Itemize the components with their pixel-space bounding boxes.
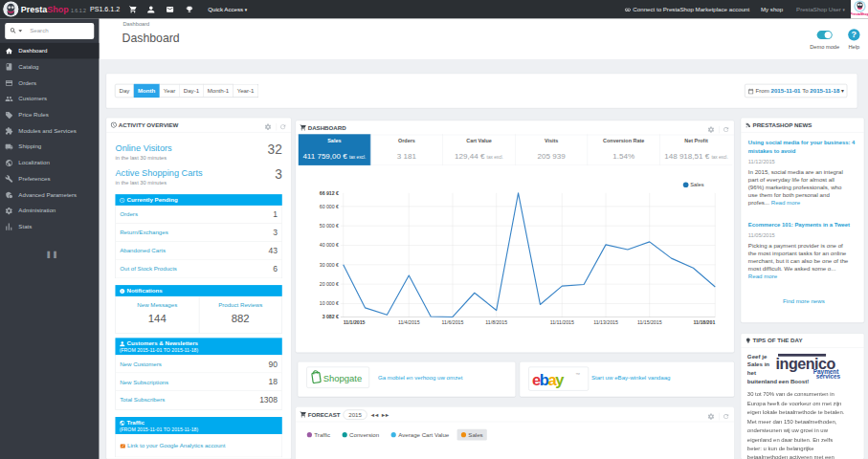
svg-text:66 912 €: 66 912 € [320,190,339,196]
svg-text:Shopgate: Shopgate [323,373,362,383]
svg-text:ebay: ebay [532,371,565,389]
svg-text:Sales: Sales [690,182,703,187]
svg-text:11/6/2015: 11/6/2015 [442,319,464,325]
svg-text:11/4/2015: 11/4/2015 [398,319,420,325]
svg-text:3 082 €: 3 082 € [323,314,339,319]
svg-text:60 000 €: 60 000 € [320,204,339,209]
svg-text:11/18/201: 11/18/201 [693,319,715,325]
svg-text:20 000 €: 20 000 € [320,281,339,287]
svg-text:40 000 €: 40 000 € [320,242,339,248]
svg-text:11/8/2015: 11/8/2015 [485,319,507,325]
svg-text:services: services [816,373,841,379]
svg-text:11/1/2015: 11/1/2015 [344,319,366,325]
svg-text:50 000 €: 50 000 € [320,223,339,229]
svg-text:PrestaShop: PrestaShop [851,12,868,16]
svg-text:™: ™ [575,373,580,378]
svg-text:11/11/2015: 11/11/2015 [550,319,574,325]
svg-text:10 000 €: 10 000 € [320,300,339,306]
svg-text:30 000 €: 30 000 € [320,262,339,268]
svg-text:11/15/2015: 11/15/2015 [637,319,662,325]
svg-text:11/13/2015: 11/13/2015 [593,319,618,325]
